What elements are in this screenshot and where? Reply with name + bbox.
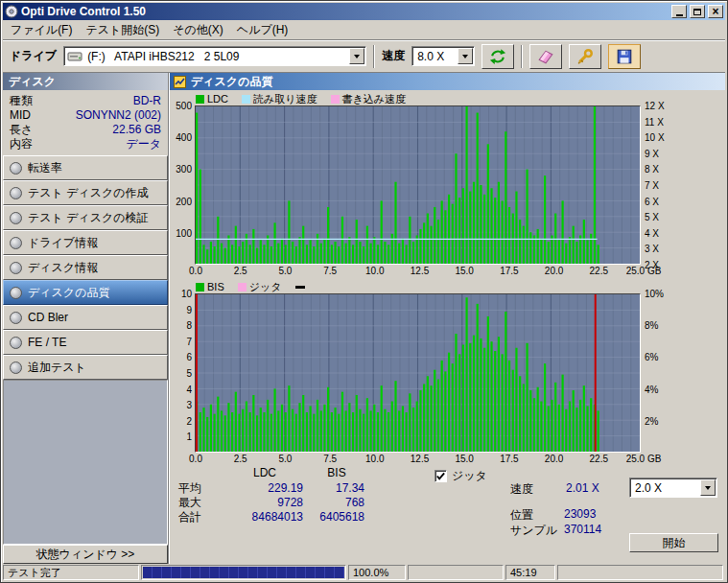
sidebar-item-disc-info[interactable]: ディスク情報 xyxy=(3,255,168,280)
y-tick: 8 xyxy=(186,320,192,331)
y-tick: 500 xyxy=(176,101,192,111)
y-right-tick: 2% xyxy=(645,415,658,426)
bis-x-axis: 0.02.55.07.510.012.515.017.520.022.525.0… xyxy=(196,453,644,466)
x-tick: 10.0 xyxy=(365,266,384,276)
x-tick: 10.0 xyxy=(365,454,384,464)
legend-swatch-write-speed xyxy=(331,95,340,104)
y-right-tick: 10 X xyxy=(645,132,665,143)
status-panel-empty xyxy=(557,565,723,580)
drive-icon xyxy=(67,51,82,62)
menu-item-help[interactable]: ヘルプ(H) xyxy=(230,19,295,41)
position-label: 位置 xyxy=(510,507,533,524)
x-tick: 25.0 GB xyxy=(626,454,662,464)
y-right-tick: 5 X xyxy=(645,212,659,222)
x-tick: 2.5 xyxy=(234,454,247,464)
disc-quality-icon xyxy=(10,287,22,299)
disc-info-row: 内容データ xyxy=(5,137,166,152)
sidebar-item-create-test-disc[interactable]: テスト ディスクの作成 xyxy=(3,180,168,205)
sidebar-item-cd-bler[interactable]: CD Bler xyxy=(3,305,168,330)
x-tick: 5.0 xyxy=(278,454,292,464)
y-right-tick: 11 X xyxy=(645,116,664,127)
ldc-y-axis: 500400300200100 xyxy=(170,105,195,265)
start-button[interactable]: 開始 xyxy=(629,533,718,552)
legend-item-write-speed: 書き込み速度 xyxy=(331,92,407,106)
erase-disc-button[interactable] xyxy=(529,44,562,69)
legend-swatch-ldc xyxy=(196,95,204,104)
minimize-button[interactable] xyxy=(671,5,687,18)
x-tick: 7.5 xyxy=(323,266,337,276)
stats-total-ldc: 84684013 xyxy=(226,510,303,524)
sidebar-item-disc-quality[interactable]: ディスクの品質 xyxy=(3,280,168,305)
legend-swatch-jitter xyxy=(238,283,247,292)
legend-swatch-read-speed xyxy=(242,95,250,104)
save-disk-icon xyxy=(616,48,633,65)
legend-swatch-avg-marker xyxy=(295,286,305,289)
maximize-button[interactable] xyxy=(690,5,705,18)
status-panel-empty xyxy=(408,565,504,580)
app-body: ディスク 種類BD-RMIDSONYNN2 (002)長さ22.56 GB内容デ… xyxy=(3,73,725,564)
y-tick: 9 xyxy=(186,304,192,315)
speed-select-bottom[interactable]: 2.0 X xyxy=(629,478,717,498)
sidebar-item-label: テスト ディスクの検証 xyxy=(28,210,149,226)
menu-item-file[interactable]: ファイル(F) xyxy=(4,19,79,41)
sidebar-spacer xyxy=(3,380,168,545)
samples-value: 370114 xyxy=(564,523,601,536)
create-test-disc-icon xyxy=(10,187,22,199)
speed-select[interactable]: 8.0 X xyxy=(411,46,475,66)
refresh-drives-button[interactable] xyxy=(481,44,514,69)
close-button[interactable]: × xyxy=(708,5,723,18)
speed-select-arrow[interactable] xyxy=(458,48,473,64)
y-right-tick: 9 X xyxy=(645,148,659,158)
app-icon xyxy=(5,5,18,18)
ldc-chart: LDC読み取り速度書き込み速度 500400300200100 12 X11 X… xyxy=(170,90,725,278)
bis-jitter-axis: 10%8%6%4%2% xyxy=(641,293,685,453)
y-tick: 200 xyxy=(176,196,192,206)
jitter-checkbox[interactable] xyxy=(434,470,447,482)
chevron-down-icon xyxy=(354,55,360,58)
sidebar-item-drive-info[interactable]: ドライブ情報 xyxy=(3,230,168,255)
y-right-tick: 7 X xyxy=(645,180,659,191)
settings-button[interactable] xyxy=(569,44,601,69)
x-tick: 12.5 xyxy=(411,266,429,276)
stats-max-bis: 768 xyxy=(309,496,364,509)
toolbar-separator xyxy=(521,45,523,68)
bis-y-axis: 10987654321 xyxy=(170,293,195,453)
drive-select-arrow[interactable] xyxy=(349,48,364,64)
info-value: 22.56 GB xyxy=(112,123,161,137)
sidebar-item-fe-te[interactable]: FE / TE xyxy=(3,330,168,355)
ldc-speed-axis: 12 X11 X10 X9 X8 X7 X6 X5 X4 X3 X2 X xyxy=(641,105,685,265)
speed-select-bottom-arrow[interactable] xyxy=(700,479,716,496)
section-title: ディスクの品質 xyxy=(191,74,272,90)
info-value: BD-R xyxy=(133,94,161,108)
save-button[interactable] xyxy=(608,44,641,69)
menu-item-other[interactable]: その他(X) xyxy=(166,19,230,41)
samples-label: サンプル xyxy=(510,523,557,539)
y-right-tick: 12 X xyxy=(645,101,665,111)
legend-label: 読み取り速度 xyxy=(253,92,317,106)
menu-item-start-test[interactable]: テスト開始(S) xyxy=(79,19,166,41)
drive-select[interactable]: (F:) ATAPI iHBS212 2 5L09 xyxy=(63,46,366,66)
window-title: Opti Drive Control 1.50 xyxy=(21,5,669,18)
info-label: 内容 xyxy=(10,137,33,152)
chevron-down-icon xyxy=(462,55,468,58)
drive-info-icon xyxy=(10,237,22,249)
x-tick: 15.0 xyxy=(455,454,473,464)
disc-info-row: 長さ22.56 GB xyxy=(5,123,166,137)
sidebar-item-transfer-rate[interactable]: 転送率 xyxy=(3,155,168,180)
status-window-button[interactable]: 状態ウィンドウ >> xyxy=(3,545,168,564)
y-right-tick: 6% xyxy=(645,352,658,362)
status-bar: テスト完了 100.0% 45:19 xyxy=(3,564,725,580)
x-tick: 20.0 xyxy=(545,454,563,464)
x-tick: 22.5 xyxy=(590,454,608,464)
y-tick: 7 xyxy=(186,336,192,346)
legend-item-ldc: LDC xyxy=(196,93,228,105)
stats-header-bis: BIS xyxy=(309,466,364,479)
sidebar-item-verify-test-disc[interactable]: テスト ディスクの検証 xyxy=(3,205,168,230)
y-right-tick: 4 X xyxy=(645,227,659,238)
y-tick: 1 xyxy=(186,431,192,442)
y-right-tick: 6 X xyxy=(645,196,659,206)
legend-item-avg-marker xyxy=(295,286,305,289)
legend-item-jitter: ジッタ xyxy=(238,280,282,294)
ldc-x-axis: 0.02.55.07.510.012.515.017.520.022.525.0… xyxy=(196,265,644,278)
sidebar-item-additional-tests[interactable]: 追加テスト xyxy=(3,355,168,380)
